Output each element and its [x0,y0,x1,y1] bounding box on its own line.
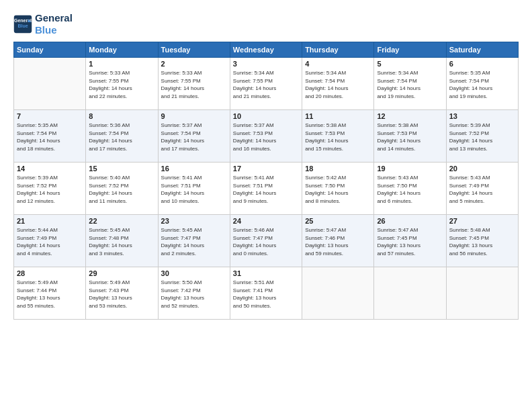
calendar-cell: 3Sunrise: 5:34 AM Sunset: 7:55 PM Daylig… [230,58,302,110]
col-header-friday: Friday [374,42,446,58]
day-info: Sunrise: 5:34 AM Sunset: 7:54 PM Dayligh… [305,69,371,100]
day-info: Sunrise: 5:35 AM Sunset: 7:54 PM Dayligh… [17,122,83,152]
col-header-thursday: Thursday [302,42,374,58]
day-number: 21 [17,217,83,225]
day-number: 29 [89,269,154,277]
calendar-cell: 12Sunrise: 5:38 AM Sunset: 7:53 PM Dayli… [374,110,446,163]
calendar-cell: 1Sunrise: 5:33 AM Sunset: 7:55 PM Daylig… [86,58,158,110]
day-number: 24 [233,217,299,225]
day-number: 16 [161,165,227,173]
day-info: Sunrise: 5:33 AM Sunset: 7:55 PM Dayligh… [89,69,154,100]
calendar-cell: 4Sunrise: 5:34 AM Sunset: 7:54 PM Daylig… [302,58,374,110]
day-number: 10 [233,112,299,120]
col-header-saturday: Saturday [446,42,518,58]
day-info: Sunrise: 5:49 AM Sunset: 7:43 PM Dayligh… [89,279,154,310]
calendar-cell: 11Sunrise: 5:38 AM Sunset: 7:53 PM Dayli… [302,110,374,163]
day-info: Sunrise: 5:43 AM Sunset: 7:50 PM Dayligh… [377,174,443,205]
day-number: 8 [89,112,154,120]
logo-icon: General Blue [13,15,32,34]
day-number: 14 [17,165,83,173]
calendar-cell: 20Sunrise: 5:43 AM Sunset: 7:49 PM Dayli… [446,163,518,215]
logo-text-general: General [35,12,73,24]
day-number: 30 [161,269,227,277]
day-number: 26 [377,217,443,225]
day-info: Sunrise: 5:43 AM Sunset: 7:49 PM Dayligh… [449,174,515,205]
day-number: 3 [233,60,299,68]
week-row: 14Sunrise: 5:39 AM Sunset: 7:52 PM Dayli… [14,163,519,215]
day-info: Sunrise: 5:47 AM Sunset: 7:45 PM Dayligh… [377,226,443,257]
calendar-cell: 7Sunrise: 5:35 AM Sunset: 7:54 PM Daylig… [14,110,86,163]
calendar-cell: 14Sunrise: 5:39 AM Sunset: 7:52 PM Dayli… [14,163,86,215]
day-info: Sunrise: 5:48 AM Sunset: 7:45 PM Dayligh… [449,226,515,257]
logo-text-blue: Blue [35,24,73,36]
day-info: Sunrise: 5:41 AM Sunset: 7:51 PM Dayligh… [233,174,299,205]
calendar-cell [14,58,86,110]
day-number: 9 [161,112,227,120]
day-number: 15 [89,165,154,173]
day-number: 1 [89,60,154,68]
calendar-cell: 15Sunrise: 5:40 AM Sunset: 7:52 PM Dayli… [86,163,158,215]
calendar-page: General Blue General Blue SundayMondayTu… [0,0,532,411]
calendar-cell: 9Sunrise: 5:37 AM Sunset: 7:54 PM Daylig… [158,110,230,163]
day-info: Sunrise: 5:50 AM Sunset: 7:42 PM Dayligh… [161,279,227,310]
calendar-header: SundayMondayTuesdayWednesdayThursdayFrid… [14,42,519,58]
col-header-wednesday: Wednesday [230,42,302,58]
calendar-cell: 5Sunrise: 5:34 AM Sunset: 7:54 PM Daylig… [374,58,446,110]
calendar-cell: 8Sunrise: 5:36 AM Sunset: 7:54 PM Daylig… [86,110,158,163]
col-header-sunday: Sunday [14,42,86,58]
day-info: Sunrise: 5:42 AM Sunset: 7:50 PM Dayligh… [305,174,371,205]
calendar-cell: 13Sunrise: 5:39 AM Sunset: 7:52 PM Dayli… [446,110,518,163]
day-info: Sunrise: 5:39 AM Sunset: 7:52 PM Dayligh… [449,122,515,152]
day-info: Sunrise: 5:47 AM Sunset: 7:46 PM Dayligh… [305,226,371,257]
header-row: SundayMondayTuesdayWednesdayThursdayFrid… [14,42,519,58]
logo: General Blue General Blue [13,12,73,36]
week-row: 28Sunrise: 5:49 AM Sunset: 7:44 PM Dayli… [14,267,519,320]
day-info: Sunrise: 5:46 AM Sunset: 7:47 PM Dayligh… [233,226,299,257]
day-number: 17 [233,165,299,173]
day-info: Sunrise: 5:34 AM Sunset: 7:55 PM Dayligh… [233,69,299,100]
day-number: 28 [17,269,83,277]
calendar-cell [446,267,518,320]
day-number: 31 [233,269,299,277]
day-number: 18 [305,165,371,173]
header: General Blue General Blue [13,12,519,36]
day-info: Sunrise: 5:45 AM Sunset: 7:47 PM Dayligh… [161,226,227,257]
day-number: 2 [161,60,227,68]
day-info: Sunrise: 5:51 AM Sunset: 7:41 PM Dayligh… [233,279,299,310]
day-number: 19 [377,165,443,173]
calendar-table: SundayMondayTuesdayWednesdayThursdayFrid… [13,42,519,320]
svg-text:Blue: Blue [17,24,28,28]
day-info: Sunrise: 5:41 AM Sunset: 7:51 PM Dayligh… [161,174,227,205]
calendar-cell: 24Sunrise: 5:46 AM Sunset: 7:47 PM Dayli… [230,215,302,267]
day-info: Sunrise: 5:45 AM Sunset: 7:48 PM Dayligh… [89,226,154,257]
calendar-cell: 22Sunrise: 5:45 AM Sunset: 7:48 PM Dayli… [86,215,158,267]
day-info: Sunrise: 5:37 AM Sunset: 7:54 PM Dayligh… [161,122,227,152]
day-info: Sunrise: 5:49 AM Sunset: 7:44 PM Dayligh… [17,279,83,310]
day-number: 12 [377,112,443,120]
day-number: 22 [89,217,154,225]
day-number: 7 [17,112,83,120]
calendar-body: 1Sunrise: 5:33 AM Sunset: 7:55 PM Daylig… [14,58,519,320]
calendar-cell: 17Sunrise: 5:41 AM Sunset: 7:51 PM Dayli… [230,163,302,215]
week-row: 1Sunrise: 5:33 AM Sunset: 7:55 PM Daylig… [14,58,519,110]
day-info: Sunrise: 5:34 AM Sunset: 7:54 PM Dayligh… [377,69,443,100]
calendar-cell: 29Sunrise: 5:49 AM Sunset: 7:43 PM Dayli… [86,267,158,320]
day-info: Sunrise: 5:33 AM Sunset: 7:55 PM Dayligh… [161,69,227,100]
day-number: 23 [161,217,227,225]
calendar-cell: 26Sunrise: 5:47 AM Sunset: 7:45 PM Dayli… [374,215,446,267]
day-info: Sunrise: 5:44 AM Sunset: 7:49 PM Dayligh… [17,226,83,257]
day-number: 4 [305,60,371,68]
calendar-cell: 6Sunrise: 5:35 AM Sunset: 7:54 PM Daylig… [446,58,518,110]
day-info: Sunrise: 5:39 AM Sunset: 7:52 PM Dayligh… [17,174,83,205]
calendar-cell: 31Sunrise: 5:51 AM Sunset: 7:41 PM Dayli… [230,267,302,320]
day-info: Sunrise: 5:38 AM Sunset: 7:53 PM Dayligh… [377,122,443,152]
week-row: 7Sunrise: 5:35 AM Sunset: 7:54 PM Daylig… [14,110,519,163]
calendar-cell: 2Sunrise: 5:33 AM Sunset: 7:55 PM Daylig… [158,58,230,110]
calendar-cell: 27Sunrise: 5:48 AM Sunset: 7:45 PM Dayli… [446,215,518,267]
calendar-cell [374,267,446,320]
col-header-monday: Monday [86,42,158,58]
calendar-cell: 21Sunrise: 5:44 AM Sunset: 7:49 PM Dayli… [14,215,86,267]
day-info: Sunrise: 5:35 AM Sunset: 7:54 PM Dayligh… [449,69,515,100]
calendar-cell: 28Sunrise: 5:49 AM Sunset: 7:44 PM Dayli… [14,267,86,320]
calendar-cell: 23Sunrise: 5:45 AM Sunset: 7:47 PM Dayli… [158,215,230,267]
